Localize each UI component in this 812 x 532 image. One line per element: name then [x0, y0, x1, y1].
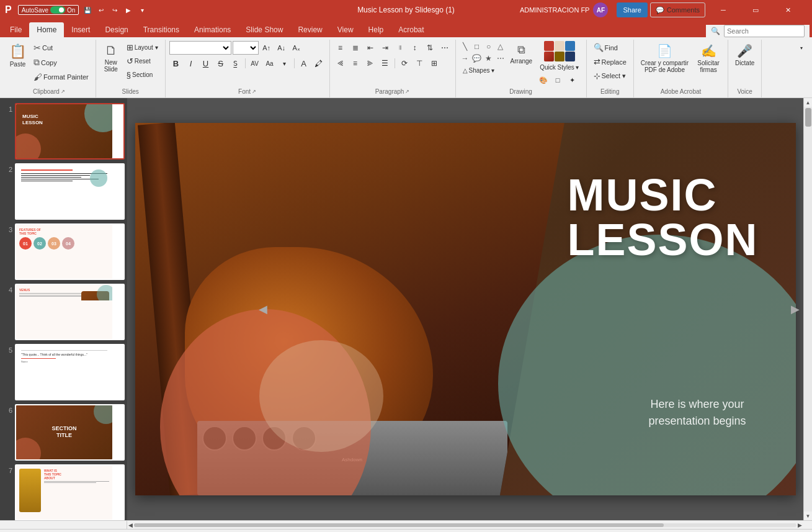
font-expand-icon[interactable]: ↗: [252, 89, 256, 94]
autosave-toggle[interactable]: [50, 6, 65, 14]
justify-button[interactable]: ☰: [378, 56, 392, 70]
slide-item-5[interactable]: 5 "This quote... Think of all the wonder…: [2, 344, 125, 400]
slide-item-2[interactable]: 2: [2, 163, 125, 220]
slide-main-title[interactable]: MUSIC LESSON: [567, 173, 758, 262]
replace-button[interactable]: ⇄ Replace: [591, 55, 630, 68]
share-button[interactable]: Share: [617, 2, 647, 17]
slide-thumb-2[interactable]: [15, 163, 125, 220]
copy-button[interactable]: ⧉ Copy: [30, 55, 92, 70]
create-pdf-button[interactable]: 📄 Crear y compartirPDF de Adobe: [638, 41, 692, 76]
vertical-scrollbar[interactable]: ▲ ▼: [803, 98, 812, 520]
tab-file[interactable]: File: [2, 22, 29, 37]
reset-button[interactable]: ↺ Reset: [123, 55, 161, 68]
h-scrollbar[interactable]: [134, 523, 796, 527]
customize-qat-button[interactable]: ▾: [137, 5, 147, 15]
align-right-button[interactable]: ⫸: [364, 56, 377, 70]
bold-button[interactable]: B: [169, 56, 183, 70]
tab-insert[interactable]: Insert: [64, 22, 97, 37]
slide-item-3[interactable]: 3 FEATURES OFTHIS TOPIC 01 02 03 04: [2, 223, 125, 280]
format-painter-button[interactable]: 🖌 Format Painter: [30, 70, 92, 84]
clipboard-expand-icon[interactable]: ↗: [61, 89, 65, 94]
font-size-select[interactable]: [233, 41, 259, 55]
scroll-down-button[interactable]: ▼: [804, 512, 813, 520]
shape-arrow[interactable]: →: [460, 53, 471, 64]
bullet-list-button[interactable]: ≡: [334, 41, 347, 55]
shadow-button[interactable]: S̲: [229, 56, 243, 70]
convert-smartart-button[interactable]: ⋯: [438, 41, 452, 55]
tab-review[interactable]: Review: [290, 22, 329, 37]
tab-animations[interactable]: Animations: [187, 22, 238, 37]
restore-button[interactable]: ▭: [741, 0, 770, 20]
redo-button[interactable]: ↪: [110, 5, 120, 15]
increase-indent-button[interactable]: ⇥: [378, 41, 392, 55]
line-spacing-button[interactable]: ↕: [408, 41, 422, 55]
user-avatar[interactable]: AF: [593, 2, 608, 17]
smartart2-button[interactable]: ⊞: [427, 56, 441, 70]
search-input[interactable]: [724, 25, 805, 37]
tab-transitions[interactable]: Transitions: [136, 22, 187, 37]
slide-thumb-1[interactable]: MUSICLESSON: [15, 103, 125, 160]
style-swatch-2[interactable]: [555, 41, 564, 51]
tab-view[interactable]: View: [330, 22, 361, 37]
h-scroll-left-button[interactable]: ◀: [128, 522, 133, 528]
slide-thumb-6[interactable]: SECTIONTITLE: [15, 404, 125, 461]
solicitar-button[interactable]: ✍ Solicitarfirmas: [693, 41, 724, 76]
cut-button[interactable]: ✂ Cut: [30, 41, 92, 55]
arrange-button[interactable]: ⧉ Arrange: [507, 41, 536, 67]
tab-help[interactable]: Help: [361, 22, 391, 37]
slide-thumb-7[interactable]: WHAT ISTHIS TOPICABOUT: [15, 464, 125, 520]
shape-outline-button[interactable]: □: [551, 73, 564, 87]
tab-design[interactable]: Design: [97, 22, 135, 37]
tab-slideshow[interactable]: Slide Show: [238, 22, 290, 37]
style-swatch-6[interactable]: [565, 52, 575, 61]
slide-item-4[interactable]: 4 VENUS: [2, 284, 125, 340]
shape-star[interactable]: ★: [483, 53, 494, 64]
style-swatch-3[interactable]: [565, 41, 575, 51]
slide-thumb-3[interactable]: FEATURES OFTHIS TOPIC 01 02 03 04: [15, 223, 125, 280]
scroll-up-button[interactable]: ▲: [804, 98, 813, 107]
paste-button[interactable]: 📋 Paste: [6, 41, 29, 70]
shape-fill-button[interactable]: 🎨: [537, 73, 550, 87]
font-case-button[interactable]: Aa: [263, 56, 277, 70]
select-button[interactable]: ⊹ Select ▾: [591, 70, 630, 83]
slide-thumb-5[interactable]: "This quote... Think of all the wonderfu…: [15, 344, 125, 400]
paragraph-expand-icon[interactable]: ↗: [405, 89, 409, 94]
align-left-button[interactable]: ⫷: [334, 56, 347, 70]
align-center-button[interactable]: ≡: [349, 56, 362, 70]
minimize-button[interactable]: ─: [709, 0, 738, 20]
shape-line[interactable]: ╲: [460, 41, 471, 52]
ribbon-expand-button[interactable]: ▾: [795, 41, 808, 55]
shape-circle[interactable]: ○: [483, 41, 494, 52]
close-button[interactable]: ✕: [774, 0, 802, 20]
numbered-list-button[interactable]: ≣: [349, 41, 362, 55]
col-button[interactable]: ⫴: [393, 41, 407, 55]
decrease-font-button[interactable]: A↓: [275, 41, 288, 55]
next-slide-button[interactable]: ▶: [791, 302, 800, 316]
char-spacing-button[interactable]: AV: [248, 56, 262, 70]
underline-button[interactable]: U: [199, 56, 213, 70]
scroll-thumb[interactable]: [805, 108, 811, 127]
strikethrough-button[interactable]: S: [214, 56, 228, 70]
font-family-select[interactable]: [169, 41, 231, 55]
highlight-button[interactable]: 🖍: [312, 56, 326, 70]
shape-tri[interactable]: △: [495, 41, 506, 52]
canvas-area[interactable]: ◀ Ashdown: [127, 98, 803, 520]
slide-item-1[interactable]: 1 MUSICLESSON: [2, 103, 125, 160]
comments-button[interactable]: 💬 Comments: [650, 2, 705, 17]
section-button[interactable]: § Section: [123, 68, 161, 81]
tab-acrobat[interactable]: Acrobat: [391, 22, 431, 37]
clear-format-button[interactable]: Aₓ: [290, 41, 303, 55]
font-color-button[interactable]: A: [297, 56, 311, 70]
style-swatch-1[interactable]: [544, 41, 554, 51]
tab-home[interactable]: Home: [29, 22, 64, 37]
dictate-button[interactable]: 🎤 Dictate: [732, 41, 757, 69]
layout-button[interactable]: ⊞ Layout ▾: [123, 41, 161, 54]
find-button[interactable]: 🔍 Find: [591, 41, 621, 54]
present-button[interactable]: ▶: [123, 5, 133, 15]
prev-slide-button[interactable]: ◀: [259, 302, 267, 316]
autosave-badge[interactable]: AutoSave On: [18, 5, 79, 15]
slide-item-7[interactable]: 7 WHAT ISTHIS TOPICABOUT: [2, 464, 125, 520]
decrease-indent-button[interactable]: ⇤: [364, 41, 377, 55]
save-button[interactable]: 💾: [83, 5, 92, 15]
shape-rect[interactable]: □: [471, 41, 483, 52]
